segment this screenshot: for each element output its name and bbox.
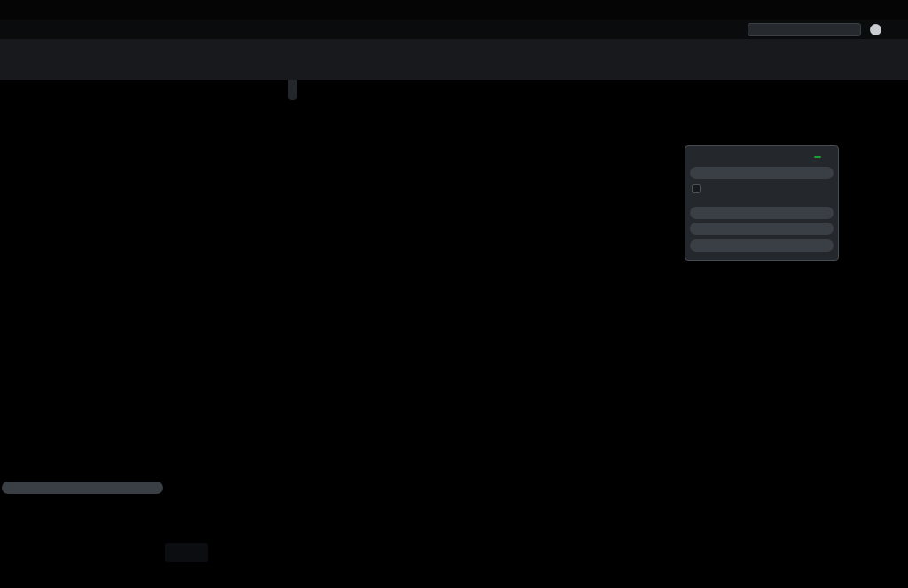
section-pairs-forming-settings[interactable] [690,167,834,179]
search-input[interactable] [748,25,848,35]
search-icon [848,25,857,34]
chevron-right-icon [697,226,703,232]
status-toast [165,543,208,562]
section-free-form-adjust[interactable] [690,239,834,252]
section-information[interactable] [690,223,834,235]
chevron-right-icon [697,210,703,216]
panel-header [690,150,834,163]
help-badge[interactable] [814,156,821,158]
close-icon[interactable] [826,153,834,161]
global-registration-panel [685,145,839,261]
stopwatch-icon [175,547,186,559]
orientation-gizmo[interactable] [826,497,903,566]
chevron-down-icon[interactable] [690,153,697,161]
mutual-closest-points-row [690,184,834,193]
chevron-down-icon [9,485,15,491]
search-box[interactable] [748,23,861,36]
ribbon-toolbar [0,39,908,80]
help-button[interactable] [870,24,881,35]
menu-right [748,23,908,36]
title-bar [0,0,908,20]
chevron-down-icon [697,170,703,176]
menu-bar [0,20,908,39]
chevron-right-icon [697,243,703,249]
scale-bar-segments [167,567,252,572]
scale-bar [167,564,252,572]
collapse-ribbon-icon[interactable] [890,25,899,34]
information-panel-header[interactable] [2,482,163,494]
viewport-toolbar [288,80,297,100]
section-stop-conditions[interactable] [690,207,834,219]
checkbox-unchecked[interactable] [692,184,701,193]
information-panel [2,482,163,498]
